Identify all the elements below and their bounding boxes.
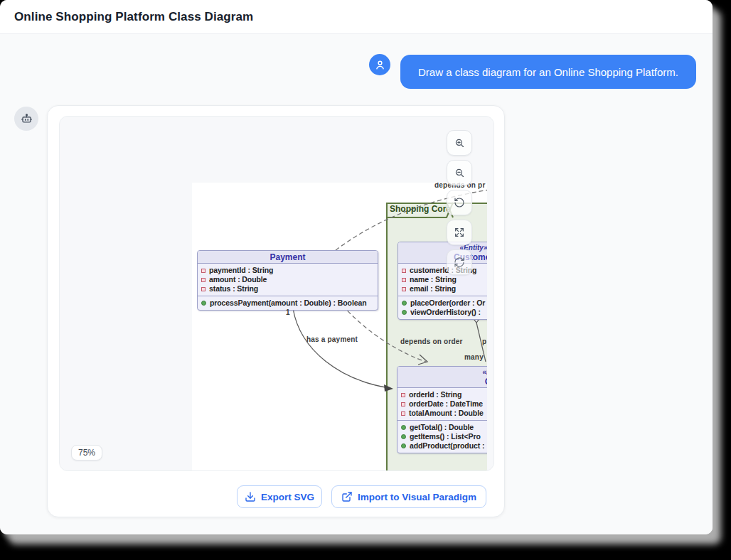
diagram-canvas[interactable]: Shopping Core: [192, 183, 487, 471]
user-icon: [374, 59, 386, 71]
method-icon: [401, 425, 406, 430]
member-text: getTotal() : Double: [410, 423, 474, 432]
zoom-level-badge: 75%: [71, 445, 102, 461]
class-member-row: getItems() : List<Pro: [397, 432, 487, 441]
zoom-out-icon: [454, 167, 466, 179]
zoom-out-button[interactable]: [447, 160, 472, 185]
member-text: email : String: [410, 284, 456, 294]
edge-label-has-a-payment: has a payment: [306, 335, 358, 343]
import-visual-paradigm-label: Import to Visual Paradigm: [358, 492, 476, 502]
class-member-row: placeOrder(order : Or: [398, 298, 487, 308]
user-message-bubble: Draw a class diagram for an Online Shopp…: [400, 55, 696, 89]
method-icon: [201, 301, 206, 306]
member-text: addProduct(product :: [410, 441, 484, 451]
app-body: Draw a class diagram for an Online Shopp…: [0, 34, 713, 534]
edge-label-clipped-fragment: p: [482, 338, 486, 345]
class-member-row: email : String: [398, 284, 487, 294]
edge-label-multiplicity-one: 1: [286, 308, 290, 316]
canvas-controls: [447, 130, 472, 275]
user-avatar: [369, 54, 390, 75]
member-text: totalAmount : Double: [409, 409, 484, 418]
member-text: paymentId : String: [209, 266, 273, 275]
app-header: Online Shopping Platform Class Diagram: [0, 0, 713, 34]
attribute-icon: [402, 287, 406, 291]
attribute-icon: [401, 402, 405, 406]
class-attributes: paymentId : Stringamount : Doublestatus …: [198, 264, 378, 296]
class-member-row: getTotal() : Double: [397, 423, 487, 432]
class-attributes: orderId : StringorderDate : DateTimetota…: [397, 388, 487, 420]
method-icon: [402, 301, 407, 306]
robot-icon: [20, 112, 33, 126]
fullscreen-button[interactable]: [447, 220, 472, 245]
class-methods: getTotal() : DoublegetItems() : List<Pro…: [397, 420, 487, 453]
package-name: Shopping Core: [390, 204, 451, 214]
class-member-row: processPayment(amount : Double) : Boolea…: [198, 298, 378, 308]
class-header: «Entity» Order: [397, 367, 487, 388]
page-title: Online Shopping Platform Class Diagram: [14, 10, 253, 24]
class-member-row: amount : Double: [198, 275, 378, 284]
class-member-row: customerId : String: [398, 266, 487, 275]
import-visual-paradigm-button[interactable]: Import to Visual Paradigm: [331, 485, 486, 508]
class-member-row: orderDate : DateTime: [397, 399, 487, 409]
reset-view-button[interactable]: [447, 190, 472, 215]
external-link-icon: [341, 491, 353, 502]
class-member-row: status : String: [198, 284, 378, 294]
attribute-icon: [401, 411, 405, 416]
zoom-in-icon: [454, 137, 466, 149]
class-payment[interactable]: Payment paymentId : Stringamount : Doubl…: [197, 250, 378, 311]
member-text: getItems() : List<Pro: [410, 432, 481, 441]
member-text: status : String: [209, 284, 258, 294]
expand-icon: [454, 227, 465, 238]
class-member-row: totalAmount : Double: [397, 409, 487, 418]
attribute-icon: [201, 269, 206, 273]
diagram-card: Shopping Core: [47, 105, 505, 517]
member-text: orderDate : DateTime: [409, 399, 483, 409]
method-icon: [401, 443, 406, 448]
class-member-row: viewOrderHistory() :: [398, 308, 487, 317]
attribute-icon: [402, 278, 406, 282]
member-text: processPayment(amount : Double) : Boolea…: [210, 298, 367, 308]
refresh-icon: [454, 257, 465, 268]
download-icon: [245, 491, 256, 502]
class-member-row: name : String: [398, 275, 487, 284]
member-text: amount : Double: [209, 275, 267, 284]
class-member-row: addProduct(product :: [397, 441, 487, 451]
refresh-button[interactable]: [447, 249, 472, 275]
class-member-row: orderId : String: [397, 390, 487, 399]
class-name: Payment: [201, 252, 375, 262]
attribute-icon: [201, 278, 206, 282]
diagram-viewport[interactable]: Shopping Core: [59, 116, 494, 471]
class-methods: processPayment(amount : Double) : Boolea…: [198, 296, 378, 310]
member-text: name : String: [410, 275, 457, 284]
class-header: «Entity» Customer: [398, 242, 487, 264]
method-icon: [401, 434, 406, 439]
edge-label-depends-on-order: depends on order: [400, 338, 463, 345]
class-member-row: paymentId : String: [198, 266, 378, 275]
app-window: Online Shopping Platform Class Diagram D…: [0, 0, 713, 534]
assistant-avatar: [14, 107, 38, 131]
export-svg-label: Export SVG: [261, 492, 314, 502]
method-icon: [402, 310, 407, 315]
attribute-icon: [201, 287, 206, 291]
class-stereotype: «Entity»: [400, 368, 487, 377]
user-message-text: Draw a class diagram for an Online Shopp…: [418, 66, 678, 78]
class-attributes: customerId : Stringname : Stringemail : …: [398, 264, 487, 296]
zoom-in-button[interactable]: [447, 130, 472, 156]
class-customer[interactable]: «Entity» Customer customerId : Stringnam…: [397, 242, 487, 320]
member-text: viewOrderHistory() :: [410, 308, 481, 317]
class-order[interactable]: «Entity» Order orderId : StringorderDate…: [397, 366, 487, 453]
class-name: Order: [400, 377, 487, 387]
class-name: Customer: [401, 252, 487, 262]
class-methods: placeOrder(order : OrviewOrderHistory() …: [398, 296, 487, 319]
attribute-icon: [401, 393, 405, 397]
attribute-icon: [402, 269, 406, 273]
rotate-ccw-icon: [454, 197, 465, 208]
member-text: placeOrder(order : Or: [410, 298, 485, 308]
export-svg-button[interactable]: Export SVG: [237, 485, 322, 508]
class-header: Payment: [198, 251, 378, 264]
member-text: orderId : String: [409, 390, 461, 399]
class-stereotype: «Entity»: [401, 244, 487, 252]
edge-label-multiplicity-many: many: [464, 353, 484, 361]
